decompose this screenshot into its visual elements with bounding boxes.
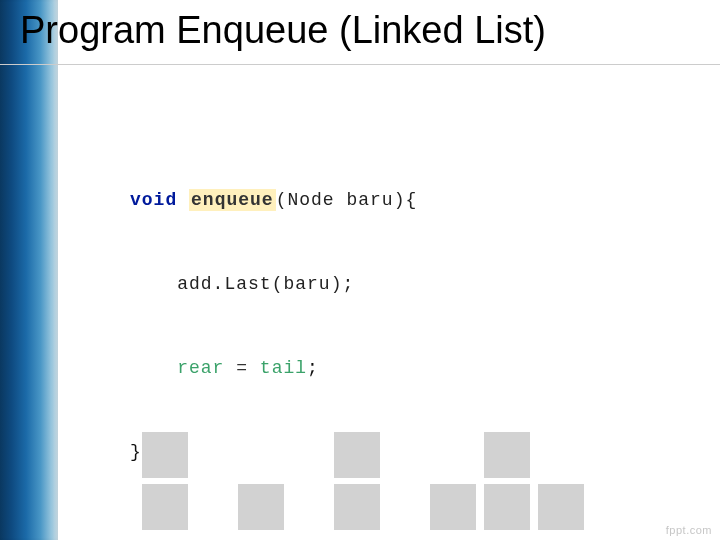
bottom-decor xyxy=(58,420,720,540)
slide: Program Enqueue (Linked List) void enque… xyxy=(0,0,720,540)
decor-square xyxy=(334,432,380,478)
decor-square xyxy=(142,484,188,530)
assign-op: = xyxy=(224,358,259,378)
call-addlast: add.Last(baru); xyxy=(177,274,354,294)
decor-square xyxy=(538,484,584,530)
ident-rear: rear xyxy=(177,358,224,378)
decor-square xyxy=(484,484,530,530)
keyword-void: void xyxy=(130,190,177,210)
decor-square xyxy=(238,484,284,530)
decor-square xyxy=(142,432,188,478)
code-line-2: add.Last(baru); xyxy=(130,270,417,298)
title-underline xyxy=(0,64,720,65)
slide-title: Program Enqueue (Linked List) xyxy=(20,10,700,52)
semicolon: ; xyxy=(307,358,319,378)
function-params: (Node baru){ xyxy=(276,190,418,210)
sidebar-decor xyxy=(0,0,58,540)
ident-tail: tail xyxy=(260,358,307,378)
code-line-3: rear = tail; xyxy=(130,354,417,382)
function-name: enqueue xyxy=(189,189,276,211)
decor-square xyxy=(484,432,530,478)
decor-square xyxy=(334,484,380,530)
code-line-1: void enqueue(Node baru){ xyxy=(130,186,417,214)
watermark: fppt.com xyxy=(666,524,712,536)
decor-square xyxy=(430,484,476,530)
